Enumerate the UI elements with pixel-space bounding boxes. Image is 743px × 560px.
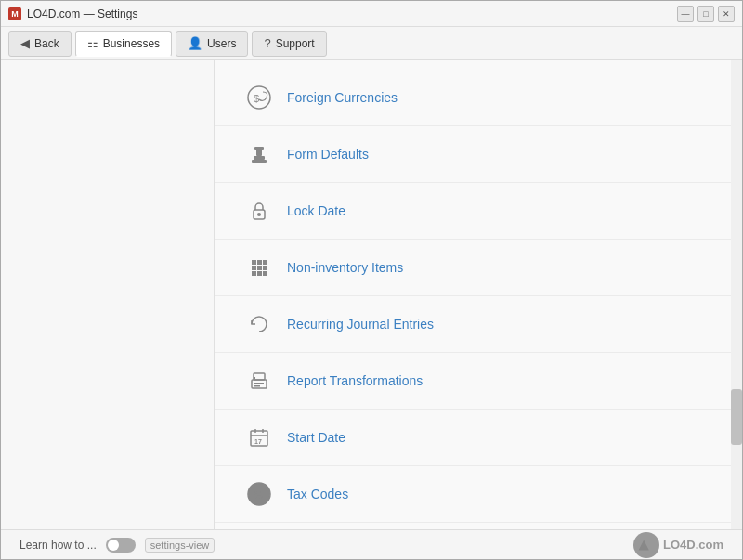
main-content: $ Foreign Currencies [1, 60, 742, 529]
svg-rect-21 [254, 377, 255, 379]
learn-toggle[interactable] [106, 538, 136, 553]
support-label: Support [276, 37, 315, 50]
title-bar: M LO4D.com — Settings — □ ✕ [1, 1, 742, 27]
svg-point-7 [257, 213, 261, 216]
svg-rect-19 [254, 383, 264, 384]
svg-text:%: % [254, 489, 263, 501]
title-bar-left: M LO4D.com — Settings [8, 7, 137, 20]
foreign-currencies-label: Foreign Currencies [287, 90, 398, 105]
svg-rect-8 [252, 260, 256, 265]
settings-item-form-defaults[interactable]: Form Defaults [215, 126, 742, 183]
window-controls: — □ ✕ [677, 6, 735, 22]
settings-view-label: settings-view [145, 538, 215, 553]
window: M LO4D.com — Settings — □ ✕ ◀ Back ⚏ Bus… [0, 0, 743, 560]
watermark: LO4D.com [633, 532, 723, 558]
calendar-icon: 17 [242, 421, 276, 454]
settings-item-themes[interactable]: Themes [215, 523, 742, 529]
back-label: Back [34, 37, 59, 50]
tax-codes-label: Tax Codes [287, 487, 348, 501]
window-title: LO4D.com — Settings [27, 7, 137, 20]
svg-rect-4 [256, 149, 262, 156]
recurring-icon [242, 307, 276, 341]
svg-rect-12 [257, 266, 262, 270]
minimize-button[interactable]: — [677, 6, 694, 22]
svg-rect-13 [263, 266, 267, 270]
svg-rect-16 [263, 271, 267, 276]
svg-text:17: 17 [254, 438, 262, 445]
maximize-button[interactable]: □ [697, 6, 714, 22]
svg-rect-14 [252, 271, 256, 276]
lock-date-label: Lock Date [287, 203, 345, 218]
percent-icon: % [242, 477, 276, 511]
currency-icon: $ [242, 81, 276, 114]
learn-how-label: Learn how to ... [20, 539, 97, 552]
non-inventory-label: Non-inventory Items [287, 260, 403, 275]
svg-rect-2 [254, 156, 265, 160]
printer-icon [242, 364, 276, 397]
settings-item-report-transformations[interactable]: Report Transformations [215, 353, 742, 410]
start-date-label: Start Date [287, 430, 345, 445]
lock-icon [242, 194, 276, 228]
businesses-icon: ⚏ [87, 36, 98, 50]
back-icon: ◀ [20, 36, 30, 50]
settings-list: $ Foreign Currencies [215, 60, 742, 529]
users-tab[interactable]: 👤 Users [176, 31, 248, 57]
toolbar: ◀ Back ⚏ Businesses 👤 Users ? Support [1, 27, 742, 60]
close-button[interactable]: ✕ [718, 6, 735, 22]
report-transformations-label: Report Transformations [287, 373, 423, 388]
recurring-journal-label: Recurring Journal Entries [287, 317, 434, 332]
svg-rect-9 [257, 260, 262, 265]
app-icon: M [8, 7, 21, 20]
users-icon: 👤 [188, 36, 202, 50]
grid-icon [242, 251, 276, 284]
svg-rect-11 [252, 266, 256, 270]
support-tab[interactable]: ? Support [252, 31, 326, 57]
form-defaults-label: Form Defaults [287, 147, 369, 162]
svg-rect-5 [254, 147, 264, 150]
support-icon: ? [264, 36, 270, 50]
back-button[interactable]: ◀ Back [8, 31, 72, 57]
svg-text:$: $ [254, 93, 259, 104]
businesses-label: Businesses [103, 37, 160, 50]
scrollbar-thumb[interactable] [731, 389, 742, 445]
settings-item-non-inventory[interactable]: Non-inventory Items [215, 240, 742, 296]
settings-item-lock-date[interactable]: Lock Date [215, 183, 742, 240]
settings-item-foreign-currencies[interactable]: $ Foreign Currencies [215, 70, 742, 126]
settings-item-start-date[interactable]: 17 Start Date [215, 410, 742, 466]
stamp-icon [242, 137, 276, 171]
svg-rect-10 [263, 260, 267, 265]
sidebar [1, 60, 215, 529]
users-label: Users [207, 37, 236, 50]
settings-item-tax-codes[interactable]: % Tax Codes [215, 466, 742, 523]
content-area: $ Foreign Currencies [215, 60, 742, 529]
watermark-logo [633, 532, 659, 558]
svg-rect-3 [252, 160, 267, 163]
settings-item-recurring-journal[interactable]: Recurring Journal Entries [215, 296, 742, 353]
watermark-text: LO4D.com [663, 538, 723, 552]
scrollbar-track[interactable] [731, 60, 742, 529]
businesses-tab[interactable]: ⚏ Businesses [75, 31, 172, 57]
svg-rect-15 [257, 271, 262, 276]
svg-rect-20 [254, 385, 260, 387]
bottom-bar: Learn how to ... settings-view LO4D.com [1, 529, 742, 559]
